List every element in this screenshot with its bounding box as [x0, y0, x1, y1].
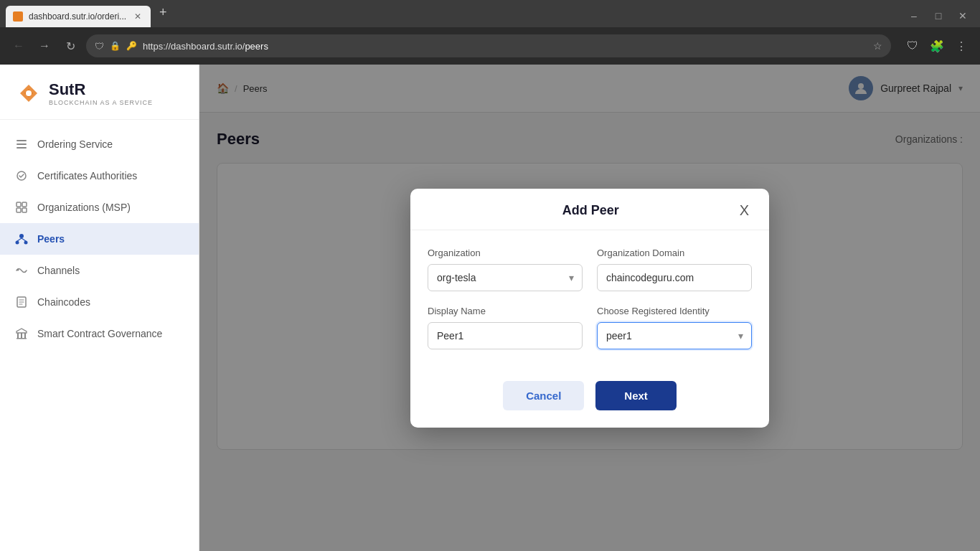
- sidebar-item-label-channels: Channels: [37, 265, 80, 276]
- url-domain: peers: [245, 41, 268, 52]
- display-name-field: Display Name: [428, 306, 583, 349]
- shield-icon: 🛡: [95, 41, 104, 52]
- logo-subtitle: BLOCKCHAIN AS A SERVICE: [49, 99, 153, 106]
- sidebar-item-label-chaincodes: Chaincodes: [37, 296, 90, 308]
- forward-button[interactable]: →: [34, 36, 55, 56]
- org-select-wrapper: org-tesla org-amazon org-google: [428, 264, 583, 291]
- form-row-display: Display Name Choose Registered Identity …: [428, 306, 752, 349]
- chaincodes-icon: [14, 295, 29, 309]
- svg-point-11: [24, 241, 28, 245]
- organizations-icon: [14, 200, 29, 215]
- sidebar-item-channels[interactable]: Channels: [0, 255, 199, 286]
- url-text: https://dashboard.sutr.io/peers: [143, 41, 862, 52]
- form-row-org: Organization org-tesla org-amazon org-go…: [428, 248, 752, 291]
- tab-title: dashboard.sutr.io/orderi...: [29, 11, 126, 22]
- identity-field: Choose Registered Identity peer1 peer2 a…: [597, 306, 752, 349]
- sidebar-item-label-governance: Smart Contract Governance: [37, 328, 162, 339]
- logo-text: SutR BLOCKCHAIN AS A SERVICE: [49, 80, 153, 106]
- identity-select[interactable]: peer1 peer2 admin: [597, 322, 752, 349]
- sidebar-item-label-peers: Peers: [37, 233, 65, 245]
- menu-button[interactable]: ⋮: [951, 36, 971, 56]
- svg-point-14: [17, 269, 19, 271]
- logo-icon: [14, 79, 43, 108]
- reload-button[interactable]: ↻: [60, 36, 80, 56]
- window-close-btn[interactable]: ✕: [951, 4, 974, 27]
- svg-rect-5: [17, 202, 21, 207]
- svg-point-9: [19, 234, 24, 238]
- bookmark-star-icon[interactable]: ☆: [873, 40, 882, 52]
- browser-tabs: dashboard.sutr.io/orderi... ✕ + – □ ✕: [0, 0, 980, 27]
- display-name-label-text: Display Name: [428, 306, 583, 316]
- identity-select-wrapper: peer1 peer2 admin: [597, 322, 752, 349]
- org-domain-field: Organization Domain: [597, 248, 752, 291]
- svg-rect-6: [22, 202, 27, 207]
- svg-rect-8: [22, 208, 27, 212]
- channels-icon: [14, 263, 29, 278]
- svg-rect-3: [17, 147, 27, 149]
- svg-line-12: [17, 238, 22, 241]
- organization-field: Organization org-tesla org-amazon org-go…: [428, 248, 583, 291]
- governance-icon: [14, 326, 29, 341]
- svg-rect-19: [17, 338, 27, 339]
- extensions-button[interactable]: 🛡: [903, 36, 923, 56]
- back-button[interactable]: ←: [9, 36, 29, 56]
- sidebar: SutR BLOCKCHAIN AS A SERVICE Ordering Se…: [0, 65, 199, 551]
- cancel-button[interactable]: Cancel: [503, 381, 584, 410]
- org-label-text: Organization: [428, 248, 583, 258]
- active-tab[interactable]: dashboard.sutr.io/orderi... ✕: [6, 6, 151, 27]
- modal-title: Add Peer: [445, 203, 737, 218]
- modal-close-button[interactable]: X: [737, 203, 752, 217]
- window-restore-btn[interactable]: □: [927, 4, 950, 27]
- sidebar-item-smart-contract-governance[interactable]: Smart Contract Governance: [0, 318, 199, 349]
- app-layout: SutR BLOCKCHAIN AS A SERVICE Ordering Se…: [0, 65, 980, 551]
- svg-line-13: [22, 238, 26, 241]
- sidebar-logo: SutR BLOCKCHAIN AS A SERVICE: [0, 65, 199, 120]
- key-icon: 🔑: [126, 41, 137, 51]
- svg-point-0: [26, 90, 32, 96]
- modal-header: Add Peer X: [410, 189, 769, 230]
- url-bar[interactable]: 🛡 🔒 🔑 https://dashboard.sutr.io/peers ☆: [86, 34, 891, 57]
- tab-favicon: [13, 11, 23, 22]
- svg-rect-7: [17, 208, 21, 212]
- logo-container: SutR BLOCKCHAIN AS A SERVICE: [14, 79, 184, 108]
- window-controls: – □ ✕: [903, 4, 974, 27]
- svg-rect-2: [17, 143, 27, 145]
- certificates-icon: [14, 169, 29, 183]
- sidebar-item-organizations-msp[interactable]: Organizations (MSP): [0, 192, 199, 223]
- modal-body: Organization org-tesla org-amazon org-go…: [410, 230, 769, 381]
- display-name-input[interactable]: [428, 322, 583, 349]
- browser-controls: ← → ↻ 🛡 🔒 🔑 https://dashboard.sutr.io/pe…: [0, 27, 980, 65]
- browser-chrome: dashboard.sutr.io/orderi... ✕ + – □ ✕ ← …: [0, 0, 980, 65]
- svg-rect-17: [21, 333, 22, 338]
- sidebar-item-certificates-authorities[interactable]: Certificates Authorities: [0, 160, 199, 192]
- sidebar-item-ordering-service[interactable]: Ordering Service: [0, 128, 199, 160]
- peers-icon: [14, 232, 29, 246]
- add-peer-modal: Add Peer X Organization org-tesla org-am…: [410, 189, 769, 428]
- svg-point-10: [16, 241, 19, 245]
- org-domain-label-text: Organization Domain: [597, 248, 752, 258]
- organization-select[interactable]: org-tesla org-amazon org-google: [428, 264, 583, 291]
- svg-rect-1: [17, 140, 27, 141]
- new-tab-button[interactable]: +: [154, 2, 173, 23]
- sidebar-item-label-ordering: Ordering Service: [37, 138, 113, 150]
- sidebar-item-chaincodes[interactable]: Chaincodes: [0, 286, 199, 318]
- lock-icon: 🔒: [110, 41, 121, 51]
- extensions2-button[interactable]: 🧩: [927, 36, 947, 56]
- ordering-service-icon: [14, 137, 29, 151]
- window-minimize-btn[interactable]: –: [903, 4, 925, 27]
- org-domain-input[interactable]: [597, 264, 752, 291]
- next-button[interactable]: Next: [595, 381, 677, 410]
- svg-rect-18: [24, 333, 26, 338]
- modal-footer: Cancel Next: [410, 381, 769, 428]
- logo-title: SutR: [49, 80, 153, 99]
- svg-rect-16: [17, 333, 19, 338]
- modal-overlay: Add Peer X Organization org-tesla org-am…: [199, 65, 980, 551]
- sidebar-item-label-orgs: Organizations (MSP): [37, 202, 131, 213]
- identity-label-text: Choose Registered Identity: [597, 306, 752, 316]
- sidebar-nav: Ordering Service Certificates Authoritie…: [0, 120, 199, 551]
- sidebar-item-label-certs: Certificates Authorities: [37, 170, 137, 182]
- main-content: 🏠 / Peers Gurpreet Rajpal ▾ Peers Organi…: [199, 65, 980, 551]
- tab-close-btn[interactable]: ✕: [132, 11, 143, 22]
- sidebar-item-peers[interactable]: Peers: [0, 223, 199, 255]
- url-before: https://dashboard.sutr.io/: [143, 41, 245, 52]
